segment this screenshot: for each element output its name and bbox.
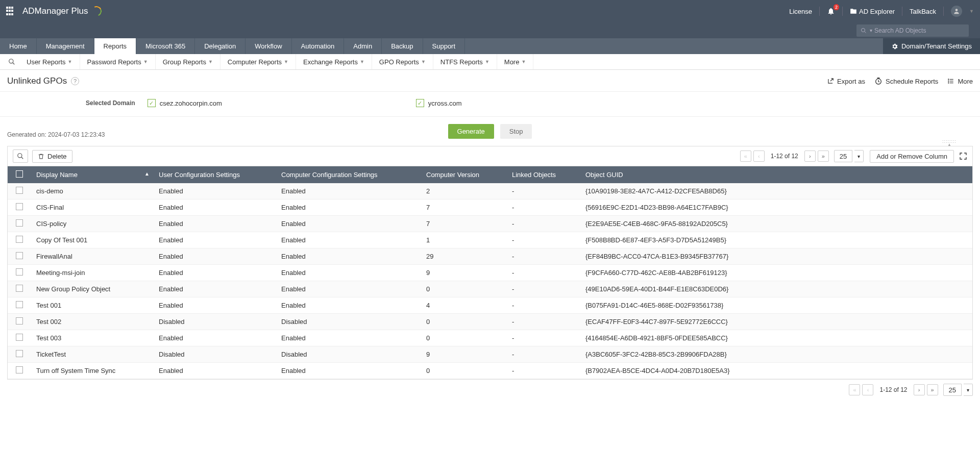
secondbar: ▾ — [0, 22, 980, 38]
help-icon[interactable]: ? — [71, 77, 79, 85]
cell-computer-config: Enabled — [276, 330, 421, 346]
domain-selector-row: Selected Domain ✓csez.zohocorpin.com✓ycr… — [0, 92, 980, 117]
row-checkbox[interactable] — [16, 301, 23, 308]
cell-display-name: TicketTest — [31, 346, 154, 363]
mainnav-item-reports[interactable]: Reports — [94, 38, 137, 54]
pager-next-button[interactable]: › — [914, 384, 925, 395]
page-size-dropdown[interactable]: ▾ — [854, 150, 864, 162]
generate-button[interactable]: Generate — [448, 124, 494, 139]
global-search[interactable]: ▾ — [856, 24, 969, 37]
schedule-reports-button[interactable]: Schedule Reports — [874, 77, 938, 85]
col-display-name[interactable]: Display Name▲ — [31, 166, 154, 183]
col-object-guid[interactable]: Object GUID — [580, 166, 972, 183]
cell-object-guid: {F508B8BD-6E87-4EF3-A5F3-D7D5A51249B5} — [580, 232, 972, 248]
cell-user-config: Disabled — [154, 314, 276, 330]
cell-computer-version: 7 — [421, 216, 507, 232]
more-button[interactable]: More — [947, 78, 973, 85]
license-link[interactable]: License — [789, 8, 812, 15]
col-computer-version[interactable]: Computer Version — [421, 166, 507, 183]
mainnav-item-admin[interactable]: Admin — [344, 38, 382, 54]
mainnav-item-workflow[interactable]: Workflow — [246, 38, 291, 54]
mainnav-item-delegation[interactable]: Delegation — [195, 38, 246, 54]
pager-last-button[interactable]: » — [927, 384, 938, 395]
page-size-value[interactable]: 25 — [943, 384, 962, 396]
cell-display-name: Test 003 — [31, 330, 154, 346]
apps-icon[interactable] — [6, 7, 15, 16]
table-row: Test 002DisabledDisabled0-{ECAF47FF-E0F3… — [8, 314, 972, 330]
domain-checkbox[interactable]: ✓ycross.com — [416, 99, 462, 107]
cell-display-name: cis-demo — [31, 183, 154, 199]
delete-button[interactable]: Delete — [32, 150, 72, 163]
domain-tenant-settings-button[interactable]: Domain/Tenant Settings — [883, 38, 980, 54]
user-menu-icon[interactable] — [951, 6, 962, 17]
talkback-link[interactable]: TalkBack — [910, 8, 936, 15]
add-remove-column-button[interactable]: Add or Remove Column — [870, 150, 954, 163]
col-linked-objects[interactable]: Linked Objects — [507, 166, 580, 183]
subnav-item-ntfs-reports[interactable]: NTFS Reports ▼ — [433, 54, 497, 69]
list-icon — [947, 78, 954, 85]
subnav-item-group-reports[interactable]: Group Reports ▼ — [156, 54, 220, 69]
subnav-item-password-reports[interactable]: Password Reports ▼ — [80, 54, 156, 69]
subnav-item-gpo-reports[interactable]: GPO Reports ▼ — [372, 54, 433, 69]
subnav-search-icon[interactable] — [4, 58, 19, 65]
search-input[interactable] — [874, 27, 965, 34]
collapse-handle[interactable]: :::::::: ▲ — [934, 141, 965, 146]
row-checkbox[interactable] — [16, 236, 23, 243]
cell-display-name: Copy Of Test 001 — [31, 232, 154, 248]
row-checkbox[interactable] — [16, 366, 23, 373]
data-table: Display Name▲ User Configuration Setting… — [8, 166, 972, 379]
table-row: Copy Of Test 001EnabledEnabled1-{F508B8B… — [8, 232, 972, 248]
col-user-config[interactable]: User Configuration Settings — [154, 166, 276, 183]
header-checkbox[interactable] — [8, 166, 31, 183]
clock-icon — [874, 77, 883, 85]
cell-computer-config: Enabled — [276, 216, 421, 232]
mainnav-item-home[interactable]: Home — [0, 38, 37, 54]
col-computer-config[interactable]: Computer Configuration Settings — [276, 166, 421, 183]
checkbox-icon: ✓ — [148, 99, 156, 107]
pager-next-button[interactable]: › — [804, 151, 816, 162]
export-as-button[interactable]: Export as — [827, 78, 865, 85]
product-logo[interactable]: ADManager Plus — [22, 6, 102, 16]
page-title: Unlinked GPOs — [7, 76, 67, 86]
row-checkbox[interactable] — [16, 268, 23, 276]
row-checkbox[interactable] — [16, 252, 23, 259]
subnav-item-user-reports[interactable]: User Reports ▼ — [19, 54, 80, 69]
row-checkbox[interactable] — [16, 317, 23, 324]
cell-display-name: New Group Policy Object — [31, 281, 154, 297]
stop-button[interactable]: Stop — [500, 124, 532, 139]
cell-user-config: Enabled — [154, 183, 276, 199]
cell-object-guid: {EF84B9BC-ACC0-47CA-B1E3-B9345FB37767} — [580, 248, 972, 265]
pager-prev-button[interactable]: ‹ — [862, 384, 873, 395]
row-checkbox[interactable] — [16, 350, 23, 357]
page-size-dropdown[interactable]: ▾ — [964, 384, 973, 396]
mainnav-item-microsoft-365[interactable]: Microsoft 365 — [136, 38, 195, 54]
mainnav-item-management[interactable]: Management — [37, 38, 94, 54]
row-checkbox[interactable] — [16, 219, 23, 227]
row-checkbox[interactable] — [16, 203, 23, 210]
pager-first-button[interactable]: « — [849, 384, 860, 395]
cell-computer-version: 4 — [421, 297, 507, 314]
fullscreen-button[interactable] — [959, 152, 967, 160]
mainnav-item-backup[interactable]: Backup — [382, 38, 423, 54]
export-icon — [827, 78, 834, 85]
subnav-item-computer-reports[interactable]: Computer Reports ▼ — [220, 54, 296, 69]
row-checkbox[interactable] — [16, 285, 23, 292]
svg-point-11 — [948, 83, 949, 83]
ad-explorer-link[interactable]: AD Explorer — [850, 8, 895, 15]
chevron-down-icon[interactable]: ▼ — [969, 9, 974, 14]
pager-prev-button[interactable]: ‹ — [753, 151, 765, 162]
mainnav-item-automation[interactable]: Automation — [292, 38, 345, 54]
domain-checkbox[interactable]: ✓csez.zohocorpin.com — [148, 99, 222, 107]
row-checkbox[interactable] — [16, 334, 23, 341]
subnav-item-exchange-reports[interactable]: Exchange Reports ▼ — [296, 54, 372, 69]
pager-first-button[interactable]: « — [740, 151, 751, 162]
subnav-item-more[interactable]: More ▼ — [497, 54, 534, 69]
chevron-down-icon: ▼ — [208, 59, 213, 64]
page-size-value[interactable]: 25 — [834, 150, 852, 162]
pager-last-button[interactable]: » — [818, 151, 829, 162]
notifications-icon[interactable]: 2 — [827, 7, 835, 15]
row-checkbox[interactable] — [16, 187, 23, 194]
cell-display-name: Meeting-msi-join — [31, 265, 154, 281]
table-search-button[interactable] — [13, 149, 28, 163]
mainnav-item-support[interactable]: Support — [423, 38, 465, 54]
